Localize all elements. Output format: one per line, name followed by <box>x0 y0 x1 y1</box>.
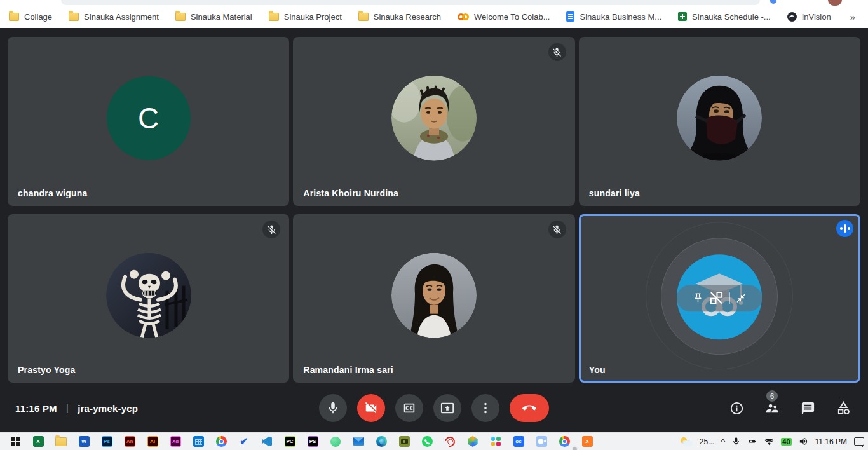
minimize-icon[interactable] <box>736 293 746 303</box>
screen: Collage Sinauka Assignment Sinauka Mater… <box>0 0 868 450</box>
bookmark-welcome-to-colab[interactable]: Welcome To Colab... <box>458 12 550 22</box>
taskbar-coreldraw[interactable] <box>438 433 461 450</box>
bookmark-sinauka-project[interactable]: Sinauka Project <box>269 12 342 22</box>
meeting-code: jra-ymek-ycp <box>78 403 138 414</box>
tray-expand-chevron[interactable]: ^ <box>721 438 725 446</box>
participant-tile-chandra-wiguna[interactable]: C chandra wiguna <box>8 37 289 206</box>
taskbar-hexagon-app[interactable] <box>461 433 484 450</box>
taskbar-todo[interactable]: ✔ <box>233 433 255 450</box>
vscode-icon <box>262 437 272 447</box>
taskbar-word[interactable]: W <box>72 433 95 450</box>
taskbar-xampp[interactable]: X <box>576 433 599 450</box>
android-studio-icon <box>330 437 341 447</box>
camera-off-icon <box>364 401 378 415</box>
photo-avatar <box>106 252 191 338</box>
taskbar-file-explorer[interactable] <box>50 433 72 450</box>
activities-button[interactable] <box>834 399 853 418</box>
folder-icon <box>69 13 79 21</box>
taskbar-oc-app[interactable]: oc <box>507 433 530 450</box>
profile-avatar-partial[interactable] <box>828 0 842 6</box>
bookmarks-bar: Collage Sinauka Assignment Sinauka Mater… <box>0 5 868 28</box>
taskbar-chrome[interactable] <box>210 433 233 450</box>
weather-icon[interactable] <box>680 437 693 446</box>
file-explorer-icon <box>55 437 67 446</box>
taskbar-slack[interactable] <box>484 433 507 450</box>
taskbar-excel[interactable]: X <box>27 433 50 450</box>
bookmark-label: Sinauka Project <box>284 12 342 22</box>
bookmark-sinauka-schedule[interactable]: Sinauka Schedule -... <box>678 12 771 22</box>
start-button[interactable] <box>4 433 27 450</box>
bookmarks-overflow-button[interactable]: » <box>848 11 857 22</box>
adobe-xd-icon: Xd <box>170 436 181 447</box>
address-bar-partial[interactable] <box>61 0 760 5</box>
extension-icon-partial[interactable] <box>770 0 776 4</box>
taskbar-pycharm[interactable]: PC <box>278 433 301 450</box>
battery-percent-badge[interactable]: 40 <box>781 438 791 446</box>
taskbar-illustrator[interactable]: Ai <box>141 433 164 450</box>
google-meet-page: C chandra wiguna <box>0 28 868 432</box>
microphone-button[interactable] <box>319 394 347 422</box>
call-end-icon <box>522 401 536 415</box>
participant-tile-sundari-liya[interactable]: sundari liya <box>579 37 860 206</box>
microphone-icon <box>326 401 340 415</box>
taskbar-edge[interactable] <box>370 433 393 450</box>
video-app-icon <box>536 436 547 447</box>
taskbar-photoshop[interactable]: Ps <box>95 433 118 450</box>
bookmark-sinauka-material[interactable]: Sinauka Material <box>175 12 252 22</box>
participant-tile-ramandani-irma-sari[interactable]: Ramandani Irma sari <box>293 214 574 383</box>
participant-tile-arista-khoiru-nurdina[interactable]: Arista Khoiru Nurdina <box>293 37 574 206</box>
tray-wifi-icon[interactable] <box>764 437 774 446</box>
taskbar-video-app[interactable] <box>530 433 553 450</box>
pin-icon[interactable] <box>693 292 703 303</box>
chat-button[interactable] <box>798 399 817 418</box>
chat-icon <box>801 401 815 416</box>
taskbar-calendar[interactable] <box>187 433 210 450</box>
present-button[interactable] <box>433 394 461 422</box>
taskbar-animate[interactable]: An <box>118 433 141 450</box>
taskbar-camera-app[interactable] <box>393 433 416 450</box>
folder-icon <box>9 13 19 21</box>
divider <box>865 10 865 23</box>
participants-count-badge: 6 <box>766 390 778 402</box>
taskbar-whatsapp[interactable] <box>416 433 438 450</box>
taskbar-adobe-xd[interactable]: Xd <box>164 433 187 450</box>
photo-avatar <box>677 76 762 161</box>
tray-microphone-icon[interactable] <box>731 437 741 446</box>
bookmark-invision[interactable]: InVision <box>787 12 831 22</box>
tray-temperature[interactable]: 25... <box>700 437 714 446</box>
bookmark-collage[interactable]: Collage <box>9 12 52 22</box>
taskbar-android-studio[interactable] <box>324 433 347 450</box>
participant-tile-prastyo-yoga[interactable]: Prastyo Yoga <box>8 214 289 383</box>
bookmark-sinauka-business[interactable]: Sinauka Business M... <box>566 11 661 22</box>
taskbar-chrome-profile[interactable] <box>553 433 576 450</box>
taskbar-phpstorm[interactable]: PS <box>301 433 324 450</box>
bookmark-sinauka-assignment[interactable]: Sinauka Assignment <box>69 12 159 22</box>
meeting-details-button[interactable] <box>727 399 746 418</box>
tiles-off-icon[interactable] <box>709 290 724 305</box>
avatar <box>391 252 477 338</box>
mail-icon <box>353 437 364 446</box>
camera-off-button[interactable] <box>357 394 385 422</box>
action-center-icon[interactable] <box>854 437 864 446</box>
taskbar-mail[interactable] <box>347 433 370 450</box>
tray-battery-icon[interactable] <box>748 437 757 446</box>
bookmark-sinauka-research[interactable]: Sinauka Research <box>358 12 441 22</box>
tray-clock[interactable]: 11:16 PM <box>815 437 847 446</box>
coreldraw-icon <box>443 434 457 448</box>
more-vertical-icon <box>478 401 492 415</box>
divider: | <box>66 402 69 414</box>
avatar <box>677 76 762 161</box>
participants-button[interactable]: 6 <box>763 399 782 418</box>
taskbar-vscode[interactable] <box>255 433 278 450</box>
google-docs-icon <box>566 11 574 22</box>
chrome-icon <box>559 436 570 447</box>
tray-volume-icon[interactable] <box>799 437 808 446</box>
more-options-button[interactable] <box>471 394 499 422</box>
meeting-time: 11:16 PM <box>15 403 57 414</box>
captions-button[interactable] <box>395 394 423 422</box>
participant-tile-you[interactable]: You <box>579 214 860 383</box>
avatar-initial: C <box>138 101 159 135</box>
windows-logo-icon <box>11 437 20 446</box>
participant-name: chandra wiguna <box>18 188 87 198</box>
leave-call-button[interactable] <box>510 394 549 422</box>
